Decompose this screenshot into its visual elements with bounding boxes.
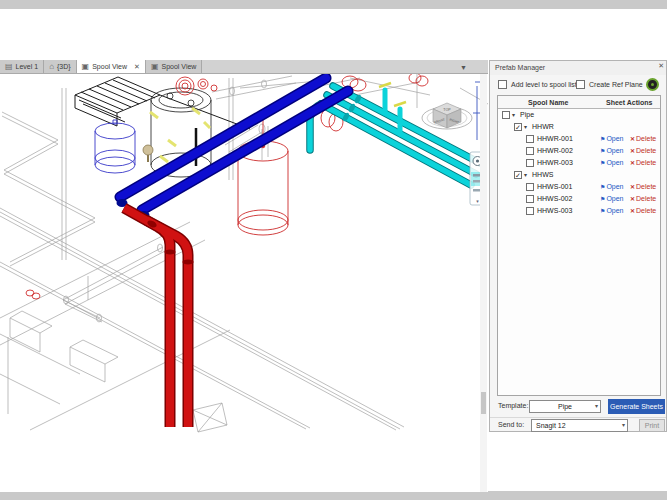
viewcube[interactable]: TOP FRONT RIGHT (422, 103, 472, 129)
print-button[interactable]: Print (639, 419, 665, 432)
tab-label: Spool View (162, 63, 197, 70)
row-checkbox[interactable] (502, 111, 510, 119)
tab-label: {3D} (57, 63, 71, 70)
delete-x-icon: ✕ (630, 160, 635, 166)
tab-spool-view-2[interactable]: ▣Spool View✕ (77, 60, 146, 73)
open-flag-icon: ⚑ (600, 148, 605, 154)
open-sheet-link[interactable]: ⚑Open (600, 181, 624, 193)
piping-3d-drawing: TOP FRONT RIGHT ▾ (0, 74, 488, 492)
row-checkbox[interactable]: ✓ (514, 123, 522, 131)
row-checkbox[interactable]: ✓ (514, 171, 522, 179)
red-pipes (124, 208, 194, 427)
delete-x-icon: ✕ (630, 148, 635, 154)
viewport-scrollbar-thumb[interactable] (481, 392, 486, 414)
delete-sheet-link[interactable]: ✕Delete (630, 157, 656, 169)
delete-sheet-link[interactable]: ✕Delete (630, 193, 656, 205)
blue-tank-wireframe (95, 120, 135, 173)
view-tab-bar: ▤Level 1⌂{3D}▣Spool View✕▣Spool View (0, 60, 488, 74)
create-ref-plane-checkbox[interactable] (576, 80, 585, 89)
spool-name-label: HHWR-001 (537, 135, 573, 142)
open-sheet-link[interactable]: ⚑Open (600, 133, 624, 145)
row-checkbox[interactable] (526, 207, 534, 215)
spool-name-label: HHWR-002 (537, 147, 573, 154)
tab-level-1-0[interactable]: ▤Level 1 (0, 60, 44, 73)
spool-row-hhws-002: HHWS-002⚑Open✕Delete (498, 193, 660, 205)
spool-name-label: HHWS-002 (537, 195, 572, 202)
open-sheet-link[interactable]: ⚑Open (600, 145, 624, 157)
chevron-down-icon: ▾ (622, 420, 625, 431)
open-sheet-link[interactable]: ⚑Open (600, 157, 624, 169)
generate-sheets-button[interactable]: Generate Sheets (608, 399, 665, 414)
row-checkbox[interactable] (526, 147, 534, 155)
open-sheet-link[interactable]: ⚑Open (600, 205, 624, 217)
panel-close-icon[interactable]: ✕ (658, 62, 664, 70)
expander-caret-icon[interactable]: ▾ (524, 124, 527, 130)
top-desktop-strip (0, 0, 667, 9)
spool-row-pipe: ▾Pipe (498, 109, 660, 121)
send-to-row: Send to: Snagit 12 ▾ Print (490, 417, 666, 432)
open-sheet-link[interactable]: ⚑Open (600, 193, 624, 205)
row-checkbox[interactable] (526, 159, 534, 167)
create-ref-plane-label: Create Ref Plane (589, 81, 643, 88)
col-spool-name: Spool Name (498, 99, 598, 106)
col-sheet-actions: Sheet Actions (598, 99, 660, 106)
spool-row-hhws-001: HHWS-001⚑Open✕Delete (498, 181, 660, 193)
chevron-down-icon: ▾ (595, 401, 598, 412)
spool-row-hhwr-003: HHWR-003⚑Open✕Delete (498, 157, 660, 169)
viewport-scrollbar[interactable] (480, 74, 487, 492)
add-level-label: Add level to spool list (511, 81, 577, 88)
template-select[interactable]: Pipe ▾ (529, 400, 601, 413)
delete-sheet-link[interactable]: ✕Delete (630, 181, 656, 193)
spool-row-hhwr: ✓▾HHWR (498, 121, 660, 133)
open-flag-icon: ⚑ (600, 196, 605, 202)
tab-3d-1[interactable]: ⌂{3D} (44, 60, 76, 73)
viewcube-top-label[interactable]: TOP (443, 108, 451, 112)
open-flag-icon: ⚑ (600, 160, 605, 166)
row-checkbox[interactable] (526, 135, 534, 143)
panel-title: Prefab Manager (490, 61, 666, 75)
sheet-icon: ▤ (5, 63, 13, 71)
bottom-desktop-strip (0, 491, 667, 500)
open-flag-icon: ⚑ (600, 184, 605, 190)
send-to-select-value: Snagit 12 (536, 422, 566, 429)
delete-sheet-link[interactable]: ✕Delete (630, 133, 656, 145)
delete-x-icon: ✕ (630, 184, 635, 190)
open-flag-icon: ⚑ (600, 136, 605, 142)
spool-view-viewport[interactable]: TOP FRONT RIGHT ▾ (0, 74, 488, 492)
spool-row-hhwr-002: HHWR-002⚑Open✕Delete (498, 145, 660, 157)
expander-caret-icon[interactable]: ▾ (524, 172, 527, 178)
spool-table-header: Spool Name Sheet Actions (498, 96, 660, 109)
spool-name-label: HHWS (532, 171, 553, 178)
hatched-equipment (75, 77, 250, 129)
delete-x-icon: ✕ (630, 196, 635, 202)
template-select-value: Pipe (558, 403, 572, 410)
panel-options-row: Add level to spool list Create Ref Plane (490, 78, 666, 93)
row-checkbox[interactable] (526, 195, 534, 203)
spool-name-label: HHWS-001 (537, 183, 572, 190)
close-tab-icon[interactable]: ✕ (134, 63, 140, 71)
app-window: ▤Level 1⌂{3D}▣Spool View✕▣Spool View ▼ (0, 0, 667, 500)
delete-x-icon: ✕ (630, 136, 635, 142)
spool-row-hhwr-001: HHWR-001⚑Open✕Delete (498, 133, 660, 145)
expander-caret-icon[interactable]: ▾ (512, 112, 515, 118)
delete-sheet-link[interactable]: ✕Delete (630, 205, 656, 217)
template-row: Template: Pipe ▾ Generate Sheets (490, 399, 666, 414)
row-checkbox[interactable] (526, 183, 534, 191)
tab-label: Level 1 (16, 63, 39, 70)
template-label: Template: (498, 402, 528, 409)
gear-icon[interactable] (646, 78, 659, 91)
delete-sheet-link[interactable]: ✕Delete (630, 145, 656, 157)
spool-name-label: Pipe (520, 111, 534, 118)
send-to-select[interactable]: Snagit 12 ▾ (531, 419, 628, 432)
cube-icon: ▣ (82, 63, 90, 71)
tab-spool-view-3[interactable]: ▣Spool View (146, 60, 202, 73)
spool-row-hhws: ✓▾HHWS (498, 169, 660, 181)
prefab-manager-panel: Prefab Manager ✕ Add level to spool list… (489, 60, 667, 432)
spool-name-label: HHWR (532, 123, 554, 130)
cube-icon: ▣ (151, 63, 159, 71)
spool-tree: ▾Pipe✓▾HHWRHHWR-001⚑Open✕DeleteHHWR-002⚑… (498, 109, 660, 217)
spool-table: Spool Name Sheet Actions ▾Pipe✓▾HHWRHHWR… (497, 95, 661, 396)
send-to-label: Send to: (498, 421, 524, 428)
spool-row-hhws-003: HHWS-003⚑Open✕Delete (498, 205, 660, 217)
add-level-checkbox[interactable] (498, 80, 507, 89)
